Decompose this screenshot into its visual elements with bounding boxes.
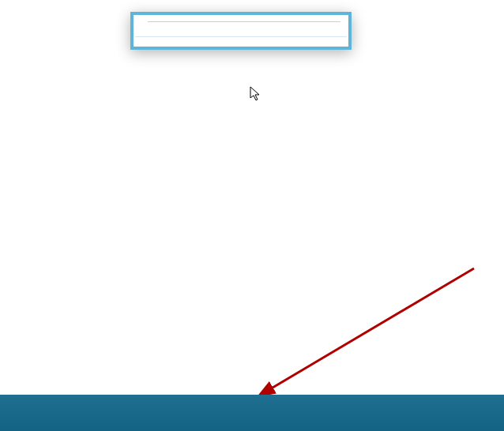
control-panel-background	[0, 0, 504, 431]
mouse-cursor-icon	[250, 86, 261, 102]
jumplist-recent-header	[134, 15, 348, 27]
taskbar	[0, 395, 504, 431]
header-rule	[148, 21, 340, 22]
jumplist-footer-list	[134, 42, 348, 47]
taskbar-jumplist	[130, 12, 352, 50]
jumplist-recent-list	[134, 27, 348, 32]
jumplist-separator	[135, 36, 347, 37]
